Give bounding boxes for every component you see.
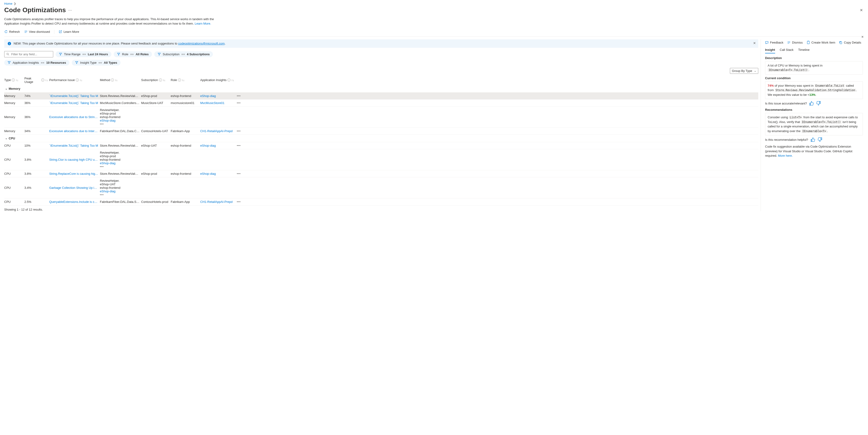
- cell-app-insights-link[interactable]: CH1-RetailAppAI-Prepd: [200, 200, 236, 204]
- code-fix-link[interactable]: More here.: [778, 154, 793, 158]
- cell-app-insights-link[interactable]: eShop-diag: [100, 190, 140, 193]
- row-more-icon[interactable]: •••: [100, 193, 140, 197]
- sort-icon[interactable]: ↑↓: [182, 79, 185, 81]
- cell-role: Fabrikam-App: [171, 129, 199, 133]
- col-peak[interactable]: Peak Usagei↑↓: [24, 77, 48, 83]
- row-more-icon[interactable]: •••: [237, 172, 244, 175]
- cell-app-insights-link[interactable]: eShop-diag: [200, 94, 236, 98]
- thumbs-up-icon[interactable]: [809, 101, 814, 106]
- rec-t1: Consider using: [768, 115, 789, 119]
- create-work-item-button[interactable]: Create Work Item: [807, 41, 835, 44]
- learn-more-link[interactable]: Learn More.: [195, 22, 211, 25]
- cell-app-insights-link[interactable]: eShop-diag: [200, 172, 236, 175]
- accuracy-question: Is this issue accurate/relevant?: [765, 102, 807, 105]
- tab-call-stack[interactable]: Call Stack: [780, 46, 794, 54]
- table-row[interactable]: Memory36%`IEnumerable.ToList()` Taking T…: [4, 100, 758, 107]
- close-icon[interactable]: ✕: [859, 7, 864, 13]
- group-row-memory[interactable]: ⌄ Memory: [4, 85, 758, 93]
- cell-role: Fabrikam-App: [171, 200, 199, 204]
- cell-issue-link[interactable]: `IEnumerable.ToList()` Taking Too M: [49, 94, 98, 98]
- table-row[interactable]: Memory36%Excessive allocations due to St…: [4, 107, 758, 128]
- cell-app-insights-link[interactable]: eShop-diag: [100, 119, 140, 122]
- col-app-insights[interactable]: Application Insightsi↑↓: [200, 78, 236, 82]
- cell-issue-link[interactable]: `IEnumerable.ToList()` Taking Too M: [49, 144, 98, 147]
- cell-issue-link[interactable]: Garbage Collection Showing Up in CPU: [49, 186, 98, 190]
- row-more-icon[interactable]: •••: [237, 144, 244, 147]
- col-method[interactable]: Methodi↑↓: [100, 78, 140, 82]
- cell-peak: 10%: [24, 144, 48, 147]
- refresh-button[interactable]: Refresh: [4, 30, 20, 33]
- cell-app-insights-link[interactable]: CH1-RetailAppAI-Prepd: [200, 129, 236, 133]
- copy-details-button[interactable]: Copy Details: [839, 41, 861, 44]
- breadcrumb-home[interactable]: Home: [4, 2, 12, 5]
- sort-icon[interactable]: ↑↓: [231, 79, 234, 81]
- cell-issue-link[interactable]: Excessive allocations due to String.Ctor: [49, 115, 98, 119]
- row-more-icon[interactable]: •••: [100, 122, 140, 126]
- row-more-icon[interactable]: •••: [237, 200, 244, 204]
- tab-timeline[interactable]: Timeline: [798, 46, 810, 54]
- table-row[interactable]: CPU3.8%String.Ctor is causing high CPU u…: [4, 149, 758, 170]
- row-more-icon[interactable]: •••: [100, 165, 140, 168]
- cell-method: FabrikamFiber.DAL.Data.Custc: [100, 129, 140, 133]
- rec-c2: IEnumerable<T>.ToList(): [801, 121, 842, 124]
- cell-issue-link[interactable]: Excessive allocations due to InternalSet: [49, 129, 98, 133]
- sort-icon[interactable]: ↑↓: [45, 79, 48, 81]
- learn-more-button[interactable]: Learn More: [59, 30, 79, 33]
- filter-pill-app-insights[interactable]: Application Insights == 10 Resources: [4, 60, 69, 66]
- table-row[interactable]: Memory34%Excessive allocations due to In…: [4, 128, 758, 135]
- filter-pill-time-range[interactable]: Time Range == Last 24 Hours: [56, 51, 112, 57]
- table-row[interactable]: Memory74%`IEnumerable.ToList()` Taking T…: [4, 93, 758, 100]
- view-dismissed-button[interactable]: View dismissed: [24, 30, 50, 33]
- results-footer: Showing 1 - 12 of 12 results.: [4, 208, 758, 211]
- group-row-cpu[interactable]: ⌄ CPU: [4, 135, 758, 142]
- feedback-button[interactable]: Feedback: [765, 41, 783, 44]
- cell-app-insights-link[interactable]: eShop-diag: [200, 144, 236, 147]
- row-more-icon[interactable]: •••: [237, 129, 244, 133]
- col-type[interactable]: Typei↑↓: [4, 78, 23, 82]
- cell-peak: 36%: [24, 115, 48, 119]
- thumbs-down-icon[interactable]: [816, 101, 821, 106]
- info-bar-close-icon[interactable]: ✕: [753, 41, 756, 45]
- cell-app-insights-link[interactable]: MvcMusicStore01: [200, 101, 236, 105]
- col-subscription[interactable]: Subscriptioni↑↓: [141, 78, 169, 82]
- feedback-email-link[interactable]: codeoptimizations@microsoft.com: [178, 42, 225, 45]
- table-row[interactable]: CPU2.5%QueryableExtensions.Include is ca…: [4, 198, 758, 205]
- col-role[interactable]: Rolei↑↓: [171, 78, 199, 82]
- group-by-dropdown[interactable]: Group By Type ⌄: [730, 68, 758, 74]
- sort-icon[interactable]: ↑↓: [80, 79, 82, 81]
- more-icon[interactable]: ⋯: [68, 8, 72, 12]
- cell-type: CPU: [4, 158, 23, 161]
- filter-input[interactable]: [4, 51, 53, 57]
- filter-text-field[interactable]: [11, 52, 51, 56]
- row-more-icon[interactable]: •••: [237, 94, 244, 98]
- cond-t4: .: [815, 93, 816, 97]
- table-row[interactable]: CPU3.8%String.ReplaceCore is causing hig…: [4, 170, 758, 177]
- dismiss-button[interactable]: Dismiss: [787, 41, 803, 44]
- cell-issue-link[interactable]: QueryableExtensions.Include is causing: [49, 200, 98, 204]
- sort-icon[interactable]: ↑↓: [115, 79, 118, 81]
- cell-issue-link[interactable]: `IEnumerable.ToList()` Taking Too M: [49, 101, 98, 105]
- rec-c1: List<T>: [789, 116, 803, 119]
- panel-close-icon[interactable]: ✕: [861, 35, 864, 39]
- sort-icon[interactable]: ↑↓: [163, 79, 165, 81]
- row-more-icon[interactable]: •••: [237, 101, 244, 105]
- thumbs-down-icon[interactable]: [817, 137, 822, 142]
- thumbs-up-icon[interactable]: [811, 137, 815, 142]
- tab-insight[interactable]: Insight: [765, 46, 775, 54]
- cell-peak: 2.5%: [24, 200, 48, 204]
- cell-issue-link[interactable]: String.ReplaceCore is causing high CPU: [49, 172, 98, 175]
- filter-pill-role[interactable]: Role == All Roles: [114, 51, 152, 57]
- filter-pill-subscription[interactable]: Subscription == 4 Subscriptions: [154, 51, 213, 57]
- filter-pill-insight-type[interactable]: Insight Type == All Types: [72, 60, 121, 66]
- sort-icon[interactable]: ↑↓: [16, 79, 18, 81]
- table-row[interactable]: CPU10%`IEnumerable.ToList()` Taking Too …: [4, 142, 758, 149]
- cell-peak: 3.8%: [24, 172, 48, 175]
- table-row[interactable]: CPU3.4%Garbage Collection Showing Up in …: [4, 177, 758, 198]
- cell-app-insights-link[interactable]: eShop-diag: [100, 161, 140, 165]
- helpful-question: Is this recommendation helpful?: [765, 138, 808, 141]
- cell-type: Memory: [4, 115, 23, 119]
- col-issue[interactable]: Performance Issuei↑↓: [49, 78, 98, 82]
- cell-issue-link[interactable]: String.Ctor is causing high CPU usage: [49, 158, 98, 161]
- page-title: Code Optimizations: [4, 6, 66, 14]
- rec-t4: .: [827, 129, 828, 133]
